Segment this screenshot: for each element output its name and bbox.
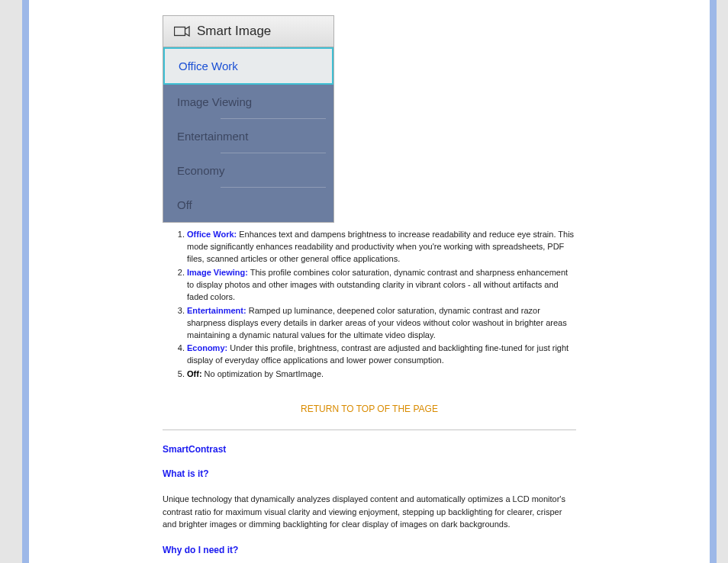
mode-term: Office Work: <box>187 230 237 239</box>
smart-image-menu: Smart Image Office Work Image Viewing En… <box>163 15 334 223</box>
decorative-bar-left <box>22 0 29 563</box>
list-item: Entertainment: Ramped up luminance, deep… <box>187 305 576 342</box>
list-item: Office Work: Enhances text and dampens b… <box>187 229 576 265</box>
smartcontrast-a1: Unique technology that dynamically analy… <box>163 493 576 531</box>
smart-image-header: Smart Image <box>163 16 333 47</box>
mode-term: Off: <box>187 369 202 378</box>
return-to-top-link[interactable]: RETURN TO TOP OF THE PAGE <box>163 404 576 414</box>
list-item: Economy: Under this profile, brightness,… <box>187 343 576 367</box>
decorative-bar-right <box>710 0 717 563</box>
page: Smart Image Office Work Image Viewing En… <box>0 0 728 563</box>
smartcontrast-q2: Why do I need it? <box>163 545 576 555</box>
smartcontrast-title: SmartContrast <box>163 444 576 455</box>
menu-item-entertainment[interactable]: Entertainment <box>163 119 333 153</box>
menu-item-office-work[interactable]: Office Work <box>163 47 333 85</box>
smart-image-title: Smart Image <box>197 24 271 39</box>
menu-item-image-viewing[interactable]: Image Viewing <box>163 85 333 119</box>
mode-desc: Enhances text and dampens brightness to … <box>187 230 574 263</box>
smart-image-icon <box>174 25 191 37</box>
menu-item-economy[interactable]: Economy <box>163 153 333 188</box>
divider <box>163 429 576 430</box>
smartcontrast-q1: What is it? <box>163 468 576 479</box>
mode-term: Economy: <box>187 343 227 352</box>
list-item: Off: No optimization by SmartImage. <box>187 368 576 381</box>
mode-description-list: Office Work: Enhances text and dampens b… <box>187 229 576 381</box>
mode-term: Entertainment: <box>187 306 246 315</box>
content-area: Smart Image Office Work Image Viewing En… <box>29 0 710 563</box>
mode-term: Image Viewing: <box>187 268 248 277</box>
mode-desc: No optimization by SmartImage. <box>202 369 324 378</box>
list-item: Image Viewing: This profile combines col… <box>187 267 576 304</box>
menu-item-off[interactable]: Off <box>163 188 333 222</box>
svg-rect-0 <box>175 27 185 36</box>
mode-desc: Under this profile, brightness, contrast… <box>187 343 569 365</box>
